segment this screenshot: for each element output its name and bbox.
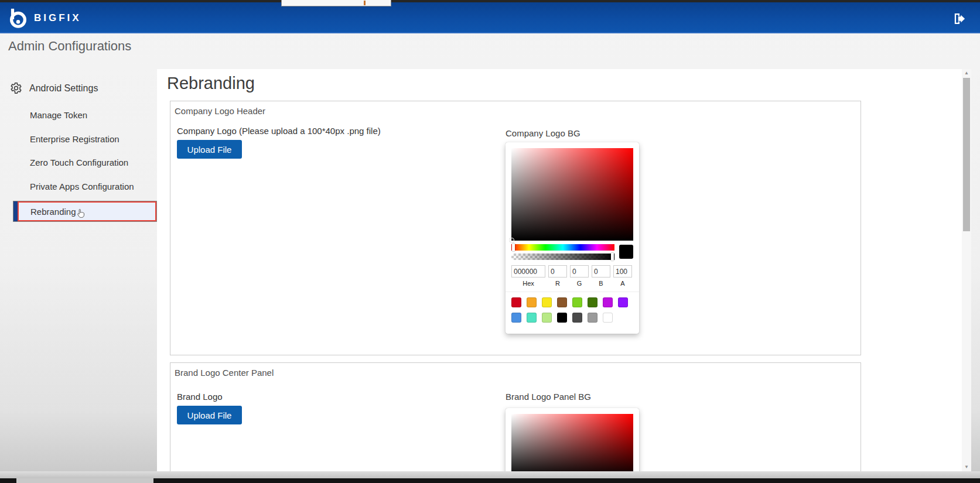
b-input[interactable] xyxy=(592,265,610,278)
saturation-area[interactable] xyxy=(511,148,633,241)
horizontal-scrollbar-thumb[interactable] xyxy=(16,478,153,483)
panel-title: Company Logo Header xyxy=(175,106,265,116)
main-content: Rebranding Company Logo Header Company L… xyxy=(157,69,962,471)
alpha-gradient xyxy=(511,254,614,260)
saturation-black-gradient xyxy=(511,148,633,241)
preset-swatches xyxy=(511,292,638,328)
notch-cursor-tick xyxy=(364,1,366,5)
a-label: A xyxy=(613,280,632,287)
sidebar-item-manage-token[interactable]: Manage Token xyxy=(30,110,87,120)
g-label: G xyxy=(570,280,589,287)
page-title: Admin Configurations xyxy=(8,39,131,54)
alpha-slider[interactable] xyxy=(511,254,614,260)
color-swatch[interactable] xyxy=(527,297,537,307)
color-swatch[interactable] xyxy=(527,313,537,323)
color-swatch[interactable] xyxy=(588,297,597,307)
color-swatch[interactable] xyxy=(542,297,552,307)
alpha-slider-handle[interactable] xyxy=(611,253,614,261)
r-label: R xyxy=(548,280,567,287)
current-color-swatch xyxy=(619,245,633,259)
company-logo-header-panel: Company Logo Header Company Logo (Please… xyxy=(170,101,861,355)
gear-icon xyxy=(10,82,22,94)
upload-file-button[interactable]: Upload File xyxy=(177,140,242,159)
bigfix-logo-icon xyxy=(7,7,29,29)
g-field: G xyxy=(570,265,589,287)
main-title: Rebranding xyxy=(167,74,255,93)
company-logo-upload-label: Company Logo (Please upload a 100*40px .… xyxy=(177,126,381,136)
saturation-black-gradient xyxy=(511,414,633,471)
sidebar-item-zero-touch-configuration[interactable]: Zero Touch Configuration xyxy=(30,157,128,167)
brand-logo-upload-label: Brand Logo xyxy=(177,392,223,402)
scroll-up-arrow[interactable]: ▲ xyxy=(962,69,971,77)
brand-logo-panel-bg-label: Brand Logo Panel BG xyxy=(506,392,591,402)
b-field: B xyxy=(592,265,610,287)
color-picker: Hex R G B A xyxy=(506,142,639,334)
color-swatch[interactable] xyxy=(603,313,613,323)
brand-logo-center-panel: Brand Logo Center Panel Brand Logo Uploa… xyxy=(170,362,861,471)
sidebar-item-rebranding-highlight: Rebranding xyxy=(18,201,156,221)
sidebar-item-rebranding[interactable]: Rebranding xyxy=(13,201,157,222)
company-logo-bg-label: Company Logo BG xyxy=(506,128,581,138)
saturation-area[interactable] xyxy=(511,414,633,471)
hand-cursor-icon xyxy=(77,208,85,219)
color-picker xyxy=(506,408,639,471)
hex-input[interactable] xyxy=(511,265,545,278)
sidebar-item-label: Android Settings xyxy=(29,83,98,94)
hue-slider[interactable] xyxy=(511,244,614,251)
brand-name: BIGFIX xyxy=(34,12,81,24)
letterbox-strip xyxy=(0,0,980,2)
scrollbar-thumb[interactable] xyxy=(963,78,970,231)
saturation-pointer[interactable] xyxy=(510,238,514,242)
hex-field: Hex xyxy=(511,265,545,287)
browser-notch xyxy=(281,0,391,6)
panel-title: Brand Logo Center Panel xyxy=(175,368,274,378)
color-swatch[interactable] xyxy=(557,297,567,307)
sidebar-item-private-apps-configuration[interactable]: Private Apps Configuration xyxy=(30,181,134,191)
app-header: BIGFIX xyxy=(0,2,980,33)
color-swatch[interactable] xyxy=(588,313,597,323)
upload-file-button[interactable]: Upload File xyxy=(177,406,242,424)
hex-label: Hex xyxy=(511,280,545,287)
sidebar-item-enterprise-registration[interactable]: Enterprise Registration xyxy=(30,134,119,144)
color-swatch[interactable] xyxy=(511,313,521,323)
g-input[interactable] xyxy=(570,265,589,278)
sidebar-item-label: Rebranding xyxy=(30,207,76,217)
color-swatch[interactable] xyxy=(572,297,582,307)
a-input[interactable] xyxy=(613,265,632,278)
color-swatch[interactable] xyxy=(603,297,613,307)
horizontal-scrollbar-track xyxy=(0,471,980,478)
hue-slider-handle[interactable] xyxy=(512,244,515,251)
b-label: B xyxy=(592,280,610,287)
logout-icon[interactable] xyxy=(953,13,966,25)
a-field: A xyxy=(613,265,632,287)
app-root: BIGFIX Admin Configurations Android Sett… xyxy=(0,0,980,483)
bottom-bar xyxy=(0,478,980,483)
color-swatch[interactable] xyxy=(572,313,582,323)
color-swatch[interactable] xyxy=(542,313,552,323)
color-swatch[interactable] xyxy=(511,297,521,307)
brand: BIGFIX xyxy=(7,7,81,29)
color-swatch[interactable] xyxy=(557,313,567,323)
scroll-down-arrow[interactable]: ▼ xyxy=(962,463,971,471)
sidebar-item-android-settings[interactable]: Android Settings xyxy=(10,82,98,94)
color-swatch[interactable] xyxy=(618,297,628,307)
vertical-scrollbar[interactable]: ▲ ▼ xyxy=(962,69,971,471)
r-field: R xyxy=(548,265,567,287)
r-input[interactable] xyxy=(548,265,567,278)
